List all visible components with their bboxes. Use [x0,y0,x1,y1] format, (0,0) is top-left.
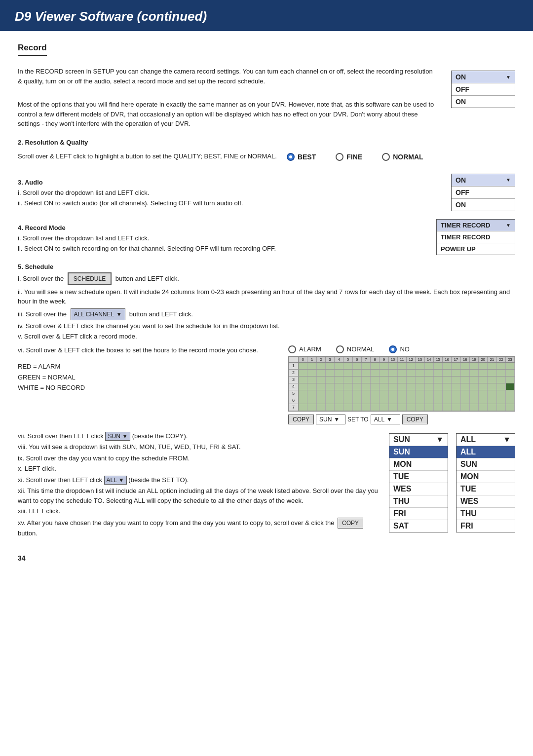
copy-button[interactable]: COPY [288,415,314,424]
sun-sat[interactable]: SAT [389,520,448,532]
sun-dd-header[interactable]: SUN ▼ [389,434,448,446]
quality-fine[interactable]: FINE [336,153,362,161]
radio-alarm[interactable] [288,345,296,353]
radio-no[interactable] [389,345,397,353]
record-section-title: Record [18,43,47,56]
hour-23: 23 [506,357,515,362]
quality-best[interactable]: BEST [287,153,316,161]
quality-normal-label: NORMAL [393,153,423,161]
hour-10: 10 [389,357,398,362]
hour-8: 8 [371,357,380,362]
sun-dd-arrow: ▼ [436,435,444,444]
audio-on2[interactable]: ON [452,199,515,211]
hour-22: 22 [497,357,506,362]
dropdown-item-on2-1[interactable]: ON [452,96,515,108]
radio-normal-sched[interactable] [336,345,344,353]
radio-fine[interactable] [336,153,343,161]
step5-xiii: xiii. LEFT click. [18,506,379,516]
record-mode-dropdown[interactable]: TIMER RECORD ▼ TIMER RECORD POWER UP [436,219,515,255]
copy-button-2[interactable]: COPY [402,415,428,424]
grid-row-3[interactable]: 3 [289,377,515,383]
step2-label: 2. Resolution & Quality [18,139,515,146]
no-label: NO [400,345,410,353]
step5-iv: iv. Scroll over & LEFT click the channel… [18,321,515,331]
dropdown-item-on-1[interactable]: ON ▼ [452,71,515,83]
hour-5: 5 [343,357,352,362]
step5-x: x. LEFT click. [18,464,379,474]
no-option[interactable]: NO [389,345,410,353]
step5-ix: ix. Scroll over the day you want to copy… [18,454,379,463]
audio-dropdown[interactable]: ON ▼ OFF ON [451,174,515,211]
schedule-grid[interactable]: 0 1 2 3 4 5 6 7 8 9 10 11 12 13 [288,356,515,412]
grid-row-1[interactable]: 1 [289,363,515,370]
hour-18: 18 [461,357,470,362]
sun-fri[interactable]: FRI [389,508,448,520]
alarm-label: ALARM [299,345,321,353]
all-sun[interactable]: SUN [457,458,515,471]
quality-best-label: BEST [298,153,316,161]
step5-v: v. Scroll over & LEFT click a record mod… [18,332,515,341]
step4-ii: ii. Select ON to switch recording on for… [18,244,421,254]
quality-options: BEST FINE NORMAL [287,153,423,161]
sun-dropdown[interactable]: SUN ▼ SUN MON TUE WES THU FRI SAT [389,433,448,532]
all-channel-button[interactable]: ALL CHANNEL ▼ [71,308,125,320]
all-dd-header[interactable]: ALL ▼ [457,434,515,446]
timer-record-item2[interactable]: TIMER RECORD [437,231,515,243]
radio-normal[interactable] [382,153,390,161]
grid-row-2[interactable]: 2 [289,370,515,377]
sun-mon[interactable]: MON [389,458,448,471]
hour-4: 4 [335,357,343,362]
all-wes[interactable]: WES [457,495,515,508]
grid-row-6[interactable]: 6 [289,397,515,404]
sun-selected[interactable]: SUN [389,446,448,458]
all-inline[interactable]: ALL ▼ [104,476,127,485]
quality-normal[interactable]: NORMAL [382,153,423,161]
normal-option[interactable]: NORMAL [336,345,375,353]
all-thu[interactable]: THU [457,508,515,520]
copy-row: COPY SUN ▼ SET TO ALL ▼ COPY [288,415,515,424]
hour-3: 3 [326,357,335,362]
all-mon[interactable]: MON [457,471,515,483]
alarm-option[interactable]: ALARM [288,345,321,353]
dropdown-item-off-1[interactable]: OFF [452,83,515,96]
hour-1: 1 [307,357,316,362]
sun-select[interactable]: SUN ▼ [316,415,345,424]
radio-best[interactable] [287,153,295,161]
all-arrow: ▼ [386,416,392,423]
hour-12: 12 [407,357,416,362]
all-selected[interactable]: ALL [457,446,515,458]
sun-value: SUN [319,416,332,423]
step5-xii: xii. This time the dropdown list will in… [18,486,379,505]
sun-tue[interactable]: TUE [389,471,448,483]
step4-label: 4. Record Mode [18,224,421,231]
sun-inline[interactable]: SUN ▼ [105,432,130,441]
audio-on[interactable]: ON ▼ [452,174,515,187]
grid-row-4[interactable]: 4 [289,383,515,390]
all-select[interactable]: ALL ▼ [371,415,400,424]
quality-fine-label: FINE [346,153,362,161]
sun-wes[interactable]: WES [389,483,448,495]
step5-xv: xv. After you have chosen the day you wa… [18,518,379,538]
timer-record-item[interactable]: TIMER RECORD ▼ [437,220,515,231]
schedule-grid-area: ALARM NORMAL NO 0 1 [288,345,515,424]
hour-20: 20 [479,357,488,362]
step5-ii: ii. You will see a new schedule open. It… [18,287,515,306]
all-dropdown[interactable]: ALL ▼ ALL SUN MON TUE WES THU FRI [456,433,515,532]
intro-text-2: Most of the options that you will find h… [18,100,436,129]
on-off-dropdown-1[interactable]: ON ▼ OFF ON [451,71,515,108]
schedule-button[interactable]: SCHEDULE [68,272,112,285]
audio-off[interactable]: OFF [452,187,515,199]
step5-label: 5. Schedule [18,263,515,270]
copy-btn-inline[interactable]: COPY [338,518,363,529]
page-title: D9 Viewer Software (continued) [15,9,518,24]
sun-thu[interactable]: THU [389,495,448,508]
power-up-item[interactable]: POWER UP [437,243,515,255]
grid-row-5[interactable]: 5 [289,390,515,397]
all-channel-arrow: ▼ [116,310,122,319]
step5-xi: xi. Scroll over then LEFT click ALL ▼ (b… [18,475,379,485]
grid-row-7[interactable]: 7 [289,404,515,411]
step5-vi: vi. Scroll over & LEFT click the boxes t… [18,345,278,355]
all-tue[interactable]: TUE [457,483,515,495]
all-fri[interactable]: FRI [457,520,515,532]
hour-7: 7 [362,357,371,362]
